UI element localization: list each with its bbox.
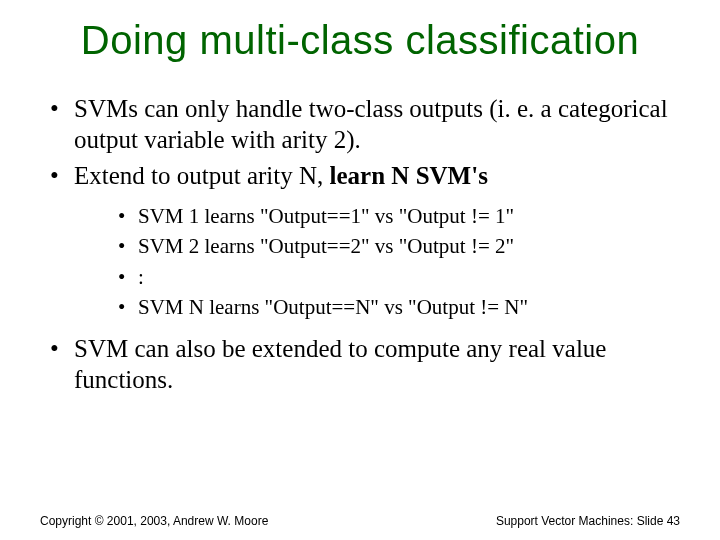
bullet-item: SVM can also be extended to compute any … (46, 333, 680, 396)
bullet-item: SVMs can only handle two-class outputs (… (46, 93, 680, 156)
bullet-text-bold: learn N SVM's (330, 162, 488, 189)
bullet-list: SVMs can only handle two-class outputs (… (46, 93, 680, 395)
bullet-item: Extend to output arity N, learn N SVM's … (46, 160, 680, 323)
sub-bullet-list: SVM 1 learns "Output==1" vs "Output != 1… (114, 201, 680, 323)
sub-bullet-item: SVM N learns "Output==N" vs "Output != N… (114, 292, 680, 322)
footer-slide-number: Support Vector Machines: Slide 43 (496, 514, 680, 528)
sub-bullet-item: SVM 1 learns "Output==1" vs "Output != 1… (114, 201, 680, 231)
sub-bullet-item: SVM 2 learns "Output==2" vs "Output != 2… (114, 231, 680, 261)
footer-copyright: Copyright © 2001, 2003, Andrew W. Moore (40, 514, 268, 528)
bullet-text: Extend to output arity N, (74, 162, 330, 189)
sub-bullet-item: : (114, 262, 680, 292)
slide-footer: Copyright © 2001, 2003, Andrew W. Moore … (40, 514, 680, 528)
slide-title: Doing multi-class classification (40, 18, 680, 63)
